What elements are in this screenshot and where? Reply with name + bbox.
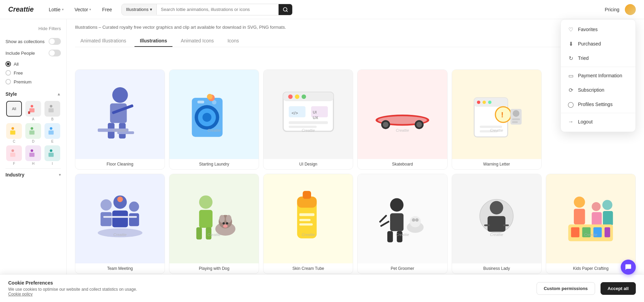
dropdown-tried[interactable]: ↻ Tried (561, 51, 635, 65)
chevron-down-icon: ▾ (89, 8, 91, 11)
tab-illustrations[interactable]: Illustrations (134, 35, 172, 47)
tab-icons[interactable]: Icons (222, 35, 244, 47)
illustration-card-kids-paper-crafting[interactable]: Creattie Kids Paper Crafting (546, 174, 636, 274)
style-f-preview (9, 148, 19, 158)
illustration-card-skin-cream-tube[interactable]: Creattie Skin Cream Tube (263, 174, 353, 274)
chat-button[interactable] (621, 260, 636, 275)
show-as-collections-toggle[interactable] (49, 38, 61, 45)
illustration-card-warning-letter[interactable]: ! Creattie Warning Letter (452, 69, 542, 170)
search-type-button[interactable]: Illustrations ▾ (122, 4, 157, 15)
svg-point-110 (603, 200, 613, 210)
illustration-name: Business Lady (452, 263, 541, 274)
illustration-card-starting-laundry[interactable]: Creattie Starting Laundry (169, 69, 259, 170)
sidebar: Hide Filters Show as collections Include… (0, 19, 67, 302)
svg-rect-42 (289, 126, 317, 128)
hide-filters-button[interactable]: Hide Filters (5, 26, 61, 31)
svg-rect-95 (379, 214, 387, 223)
cookie-description: We use cookies to optimise our website a… (8, 287, 531, 297)
svg-point-51 (416, 122, 422, 127)
illustration-card-skateboard[interactable]: Creattie Skateboard (357, 69, 447, 170)
dropdown-payment[interactable]: ▭ Payment Information (561, 68, 635, 83)
search-input[interactable] (157, 4, 279, 15)
main-nav: Lottie ▾ Vector ▾ Free (44, 5, 116, 14)
illustration-name: Playing with Dog (169, 263, 259, 274)
svg-point-55 (482, 101, 486, 104)
pricing-link[interactable]: Pricing (605, 7, 619, 12)
tab-animated-icons[interactable]: Animated Icons (175, 35, 219, 47)
style-section-title: Style (5, 91, 17, 97)
style-h[interactable]: H (25, 145, 42, 166)
tab-animated-illustrations[interactable]: Animated Illustrations (75, 35, 132, 47)
svg-rect-31 (197, 101, 204, 103)
style-b-preview (47, 104, 57, 114)
nav-vector[interactable]: Vector ▾ (70, 5, 95, 14)
svg-point-108 (592, 202, 601, 211)
style-i-preview (47, 148, 57, 158)
accept-all-button[interactable]: Accept all (601, 282, 636, 295)
radio-free-indicator (5, 70, 11, 76)
svg-point-50 (383, 122, 388, 127)
svg-point-2 (31, 105, 34, 108)
avatar[interactable] (625, 4, 636, 15)
dropdown-subscription[interactable]: ⟳ Subscription (561, 83, 635, 97)
style-d[interactable]: D (25, 123, 42, 143)
dropdown-favorites[interactable]: ♡ Favorites (561, 22, 635, 37)
nav-lottie[interactable]: Lottie ▾ (44, 5, 67, 14)
search-button[interactable] (279, 4, 292, 15)
cookie-policy-link[interactable]: Cookie policy (8, 292, 33, 297)
illustration-image: </> UI UX Creattie (263, 70, 353, 159)
illustration-image: Creattie (75, 174, 165, 263)
radio-premium[interactable]: Premium (5, 79, 61, 84)
nav-free[interactable]: Free (98, 5, 116, 14)
dropdown-purchased[interactable]: ⬇ Purchased (561, 37, 635, 51)
floor-cleaning-svg (87, 81, 154, 148)
svg-rect-77 (206, 227, 211, 239)
radio-all[interactable]: All (5, 61, 61, 67)
illustration-card-team-meeting[interactable]: Creattie Team Meeting (75, 174, 165, 274)
svg-point-62 (513, 110, 520, 117)
skateboard-svg (369, 81, 436, 148)
illustration-card-business-lady[interactable]: Creattie Business Lady (452, 174, 542, 274)
dropdown-profile-settings[interactable]: ◯ Profiles Settings (561, 97, 635, 111)
svg-rect-113 (571, 227, 579, 237)
svg-point-19 (112, 87, 128, 103)
style-all[interactable]: All (5, 101, 23, 121)
clock-icon: ↻ (568, 55, 574, 61)
style-c[interactable]: C (5, 123, 23, 143)
style-f-thumb (6, 145, 22, 161)
content-header: All (75, 54, 636, 64)
svg-point-37 (295, 94, 299, 99)
svg-point-100 (415, 218, 419, 222)
radio-free[interactable]: Free (5, 70, 61, 76)
svg-point-82 (222, 222, 225, 225)
style-i[interactable]: I (44, 145, 61, 166)
style-a[interactable]: A (25, 101, 42, 121)
style-f[interactable]: F (5, 145, 23, 166)
svg-rect-18 (49, 153, 54, 157)
dropdown-logout[interactable]: → Logout (561, 115, 635, 129)
svg-rect-103 (488, 216, 505, 232)
industry-chevron-down-icon: ▾ (59, 172, 61, 177)
illustration-card-ui-design[interactable]: </> UI UX Creattie UI Design (263, 69, 353, 170)
style-e[interactable]: E (44, 123, 61, 143)
svg-rect-76 (196, 227, 202, 239)
dropdown-divider (561, 67, 635, 67)
style-b[interactable]: B (44, 101, 61, 121)
svg-rect-12 (49, 131, 54, 135)
custom-permissions-button[interactable]: Custom permissions (537, 282, 595, 295)
illustration-image: ! Creattie (452, 70, 541, 159)
playing-with-dog-svg (181, 185, 248, 252)
style-section-header[interactable]: Style ▲ (5, 91, 61, 97)
logo[interactable]: Creattie (8, 5, 34, 13)
include-people-toggle[interactable] (49, 50, 61, 56)
illustration-card-floor-cleaning[interactable]: Creattie Floor Cleaning (75, 69, 165, 170)
person-icon: ◯ (568, 101, 574, 107)
illustration-card-pet-groomer[interactable]: Creattie Pet Groomer (357, 174, 447, 274)
svg-point-83 (226, 222, 228, 225)
illustration-card-playing-with-dog[interactable]: Creattie Playing with Dog (169, 174, 259, 274)
starting-laundry-svg (181, 81, 248, 148)
chevron-down-icon: ▾ (62, 8, 64, 11)
svg-point-11 (50, 127, 53, 130)
industry-section-header[interactable]: Industry ▾ (5, 168, 61, 181)
dropdown-divider-2 (561, 113, 635, 113)
